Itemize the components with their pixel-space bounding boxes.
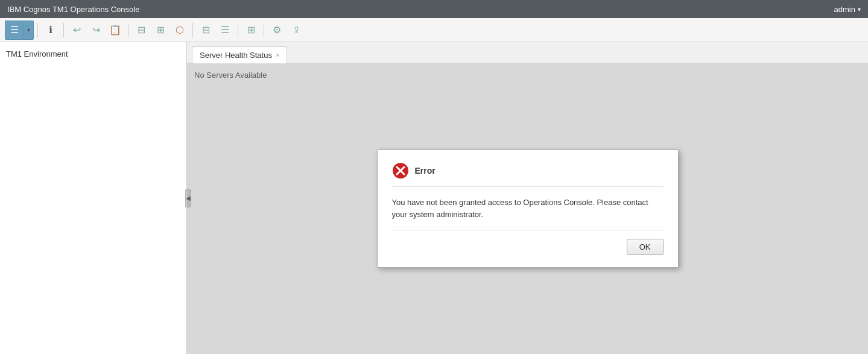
dialog-header: Error: [392, 162, 664, 187]
separator-1: [37, 23, 38, 37]
tab-bar: Server Health Status ×: [187, 42, 868, 63]
toolbar: ☰ ▾ ℹ ↩ ↪ 📋 ⊟ ⊞ ⬡ ⊟ ☰ ⊞ ⚙ ⇪: [0, 18, 868, 42]
columns-button[interactable]: ⊟: [197, 21, 215, 39]
error-dialog: Error You have not been granted access t…: [377, 150, 679, 268]
app-header: IBM Cognos TM1 Operations Console admin …: [0, 0, 868, 18]
export-button[interactable]: ⇪: [287, 21, 305, 39]
error-icon: [392, 162, 409, 179]
username-label: admin: [834, 5, 855, 14]
main-layout: TM1 Environment ◀ Server Health Status ×…: [0, 42, 868, 354]
separator-6: [264, 23, 264, 37]
user-menu[interactable]: admin ▾: [834, 5, 861, 14]
settings-button[interactable]: ⚙: [268, 21, 286, 39]
separator-5: [238, 23, 238, 37]
user-menu-chevron: ▾: [858, 6, 861, 13]
document-button[interactable]: 📋: [106, 21, 124, 39]
grid-button[interactable]: ⊞: [242, 21, 260, 39]
content-area: Server Health Status × No Servers Availa…: [187, 42, 868, 354]
separator-4: [192, 23, 193, 37]
app-title: IBM Cognos TM1 Operations Console: [7, 5, 139, 14]
separator-2: [63, 23, 64, 37]
dialog-footer: OK: [392, 230, 664, 255]
rows-button[interactable]: ☰: [216, 21, 234, 39]
table-shrink-button[interactable]: ⊟: [132, 21, 150, 39]
tab-label: Server Health Status: [200, 51, 272, 60]
tab-close-button[interactable]: ×: [276, 52, 279, 58]
table-expand-button[interactable]: ⊞: [151, 21, 169, 39]
tab-server-health-status[interactable]: Server Health Status ×: [192, 46, 287, 63]
dialog-body: You have not been granted access to Oper…: [392, 187, 664, 230]
forward-button[interactable]: ↪: [87, 21, 105, 39]
sidebar: TM1 Environment ◀: [0, 42, 187, 354]
tab-content: No Servers Available Error: [187, 63, 868, 354]
separator-3: [128, 23, 128, 37]
ok-button[interactable]: OK: [627, 239, 664, 255]
home-button[interactable]: ☰: [5, 21, 24, 39]
shape-button[interactable]: ⬡: [171, 21, 189, 39]
sidebar-title: TM1 Environment: [5, 47, 182, 61]
info-button[interactable]: ℹ: [42, 21, 60, 39]
modal-overlay: Error You have not been granted access t…: [187, 63, 868, 354]
dialog-title: Error: [415, 166, 436, 175]
back-button[interactable]: ↩: [68, 21, 86, 39]
home-dropdown-arrow[interactable]: ▾: [24, 21, 33, 39]
